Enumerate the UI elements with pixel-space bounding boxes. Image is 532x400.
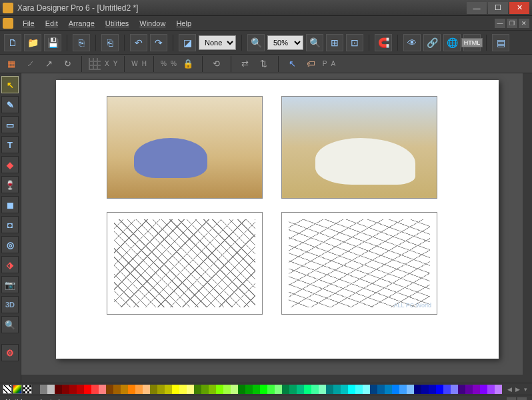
color-swatch[interactable] [128, 385, 135, 394]
color-swatch[interactable] [289, 385, 297, 394]
extrude-tool[interactable]: 3D [1, 296, 19, 313]
color-swatch[interactable] [143, 385, 150, 394]
curve-button[interactable]: ⟋ [23, 57, 37, 71]
color-swatch[interactable] [304, 385, 311, 394]
checker-swatch[interactable] [23, 385, 32, 394]
canvas-page[interactable]: ALL PC World [56, 80, 499, 359]
color-swatch[interactable] [91, 385, 99, 394]
color-swatch[interactable] [69, 385, 77, 394]
import-button[interactable]: ⎘ [73, 34, 90, 51]
tag-button[interactable]: 🏷 [304, 57, 319, 71]
color-swatch[interactable] [355, 385, 363, 394]
color-swatch[interactable] [275, 385, 282, 394]
close-button[interactable]: ✕ [509, 2, 529, 14]
fill-tool[interactable]: ◆ [1, 156, 19, 173]
link-button[interactable]: 🔗 [423, 34, 441, 51]
open-button[interactable]: 📁 [24, 34, 41, 51]
color-swatch[interactable] [348, 385, 355, 394]
shadow-tool[interactable]: ◼ [1, 196, 19, 213]
vertical-scrollbar[interactable] [523, 73, 532, 383]
angle-button[interactable]: ⟲ [209, 57, 224, 71]
zoom-tool-button[interactable]: 🔍 [247, 34, 265, 51]
color-swatch[interactable] [121, 385, 128, 394]
artwork-boat-color[interactable] [281, 96, 437, 199]
undo-button[interactable]: ↶ [130, 34, 147, 51]
color-swatch[interactable] [62, 385, 69, 394]
color-swatch[interactable] [267, 385, 275, 394]
doc-minimize-button[interactable]: — [495, 19, 505, 28]
color-swatch[interactable] [326, 385, 333, 394]
settings-tool[interactable]: ⚙ [1, 344, 19, 361]
color-swatch[interactable] [40, 385, 47, 394]
color-swatch[interactable] [157, 385, 165, 394]
color-swatch[interactable] [113, 385, 121, 394]
artwork-boat-sketch[interactable]: ALL PC World [281, 212, 437, 315]
color-swatch[interactable] [480, 385, 487, 394]
artwork-bathtub-sketch[interactable] [107, 212, 263, 315]
color-swatch[interactable] [443, 385, 451, 394]
color-swatch[interactable] [33, 385, 40, 394]
color-swatch[interactable] [333, 385, 341, 394]
palette-menu[interactable]: ▾ [521, 385, 529, 394]
contour-tool[interactable]: ◎ [1, 236, 19, 253]
color-swatch[interactable] [458, 385, 465, 394]
flip-v-button[interactable]: ⇅ [257, 57, 271, 71]
canvas-area[interactable]: ALL PC World [21, 73, 532, 383]
color-swatch[interactable] [172, 385, 179, 394]
color-swatch[interactable] [436, 385, 443, 394]
color-swatch[interactable] [165, 385, 172, 394]
rectangle-tool[interactable]: ▭ [1, 116, 19, 133]
text-tool[interactable]: T [1, 136, 19, 153]
color-swatch[interactable] [451, 385, 458, 394]
menu-edit[interactable]: Edit [40, 18, 63, 29]
horizontal-scrollbar[interactable] [21, 375, 523, 383]
color-swatch[interactable] [473, 385, 480, 394]
globe-button[interactable]: 🌐 [443, 34, 461, 51]
color-swatch[interactable] [377, 385, 385, 394]
freehand-tool[interactable]: ✎ [1, 96, 19, 113]
color-swatch[interactable] [209, 385, 216, 394]
selector-tool[interactable]: ↖ [1, 76, 19, 93]
redo-button[interactable]: ↷ [150, 34, 167, 51]
artwork-bathtub-color[interactable] [107, 96, 263, 199]
color-swatch[interactable] [194, 385, 201, 394]
color-swatch[interactable] [179, 385, 187, 394]
color-swatch[interactable] [135, 385, 143, 394]
arrow-button[interactable]: ↗ [41, 57, 56, 71]
rotate-button[interactable]: ↻ [60, 57, 75, 71]
snap-button[interactable]: 🧲 [375, 34, 392, 51]
color-swatch[interactable] [385, 385, 392, 394]
color-swatch[interactable] [421, 385, 429, 394]
flip-h-button[interactable]: ⇄ [238, 57, 253, 71]
select-mode-button[interactable]: ▦ [4, 57, 19, 71]
color-swatch[interactable] [319, 385, 326, 394]
transparency-tool[interactable]: 🍷 [1, 176, 19, 193]
maximize-button[interactable]: ☐ [488, 2, 508, 14]
palette-scroll-left[interactable]: ◀ [505, 385, 513, 394]
color-swatch[interactable] [245, 385, 253, 394]
color-swatch[interactable] [487, 385, 495, 394]
color-swatch[interactable] [282, 385, 289, 394]
doc-close-button[interactable]: ✕ [519, 19, 529, 28]
color-swatch[interactable] [399, 385, 407, 394]
color-swatch[interactable] [363, 385, 370, 394]
color-swatch[interactable] [216, 385, 223, 394]
quality-button[interactable]: ◪ [179, 34, 196, 51]
blend-tool[interactable]: ⬗ [1, 256, 19, 273]
color-swatch[interactable] [495, 385, 502, 394]
color-swatch[interactable] [370, 385, 377, 394]
color-swatch[interactable] [99, 385, 106, 394]
color-swatch[interactable] [231, 385, 238, 394]
no-fill-swatch[interactable] [3, 385, 12, 394]
color-swatch[interactable] [223, 385, 231, 394]
menu-arrange[interactable]: Arrange [63, 18, 100, 29]
color-swatch[interactable] [187, 385, 194, 394]
cursor-toggle-button[interactable]: ↖ [285, 57, 300, 71]
menu-file[interactable]: File [17, 18, 40, 29]
color-swatch[interactable] [429, 385, 436, 394]
color-swatch[interactable] [238, 385, 245, 394]
photo-tool[interactable]: 📷 [1, 276, 19, 293]
quality-select[interactable]: None [199, 35, 236, 50]
new-button[interactable]: 🗋 [4, 34, 21, 51]
minimize-button[interactable]: — [467, 2, 487, 14]
